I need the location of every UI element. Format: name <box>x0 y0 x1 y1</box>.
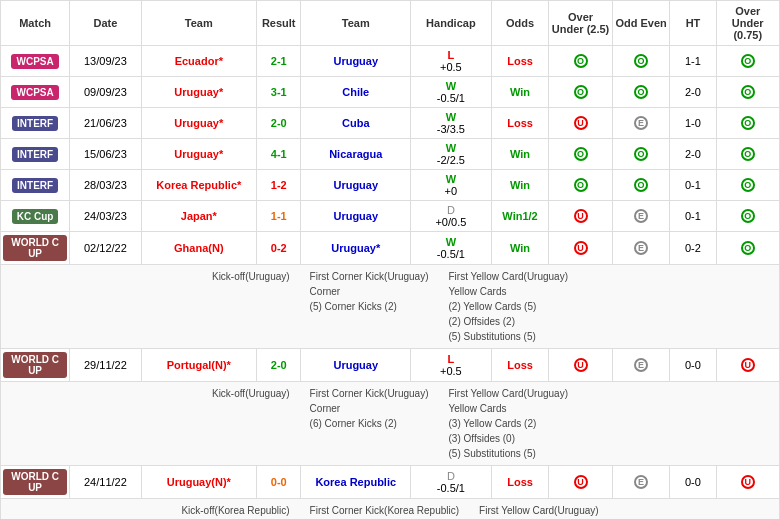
oddeven-value: E <box>612 201 670 232</box>
match-result: 2-0 <box>256 108 301 139</box>
ou25-value: O <box>549 139 612 170</box>
odds-value: Win <box>491 77 549 108</box>
circle-indicator: U <box>741 358 755 372</box>
header-ou25: Over Under (2.5) <box>549 1 612 46</box>
match-badge: INTERF <box>12 178 58 193</box>
yellow-cards-label: Yellow Cards <box>449 286 507 297</box>
team1-name: Uruguay* <box>141 77 256 108</box>
match-badge: WORLD C UP <box>3 235 67 261</box>
handicap-value: L +0.5 <box>411 46 492 77</box>
circle-indicator: O <box>574 54 588 68</box>
ou075-value: O <box>716 108 779 139</box>
match-badge: INTERF <box>12 147 58 162</box>
match-result: 2-0 <box>256 349 301 382</box>
team1-name: Uruguay(N)* <box>141 466 256 499</box>
match-date: 21/06/23 <box>70 108 141 139</box>
match-type: INTERF <box>1 139 70 170</box>
corner-label: Corner <box>310 286 341 297</box>
ou075-value: O <box>716 170 779 201</box>
oddeven-value: O <box>612 77 670 108</box>
ht-score: 0-2 <box>670 232 716 265</box>
yellow-cards-label: Yellow Cards <box>449 403 507 414</box>
circle-indicator: U <box>574 475 588 489</box>
outcome-indicator: L <box>448 353 455 365</box>
handicap-value: L +0.5 <box>411 349 492 382</box>
circle-indicator: U <box>574 116 588 130</box>
match-date: 02/12/22 <box>70 232 141 265</box>
ou25-value: U <box>549 466 612 499</box>
header-oddeven: Odd Even <box>612 1 670 46</box>
handicap-value: D -0.5/1 <box>411 466 492 499</box>
handicap-value: W +0 <box>411 170 492 201</box>
ou075-value: O <box>716 46 779 77</box>
circle-indicator: O <box>741 178 755 192</box>
team1-name: Uruguay* <box>141 108 256 139</box>
ht-score: 0-1 <box>670 201 716 232</box>
detail-kickoff: Kick-off(Korea Republic) <box>181 503 289 519</box>
header-match: Match <box>1 1 70 46</box>
header-team1: Team <box>141 1 256 46</box>
ou25-value: O <box>549 77 612 108</box>
detail-row: Kick-off(Uruguay) First Corner Kick(Urug… <box>1 265 780 349</box>
match-type: WCPSA <box>1 46 70 77</box>
table-row: WORLD C UP 29/11/22 Portugal(N)* 2-0 Uru… <box>1 349 780 382</box>
odds-value: Loss <box>491 349 549 382</box>
handicap-value: W -3/3.5 <box>411 108 492 139</box>
match-type: WORLD C UP <box>1 349 70 382</box>
ht-score: 1-1 <box>670 46 716 77</box>
ou075-value: O <box>716 139 779 170</box>
match-date: 15/06/23 <box>70 139 141 170</box>
team1-name: Ghana(N) <box>141 232 256 265</box>
table-row: KC Cup 24/03/23 Japan* 1-1 Uruguay D +0/… <box>1 201 780 232</box>
detail-row: Kick-off(Korea Republic) First Corner Ki… <box>1 499 780 520</box>
match-badge: WCPSA <box>11 54 58 69</box>
circle-indicator: O <box>741 241 755 255</box>
ou075-value: U <box>716 466 779 499</box>
odds-value: Win <box>491 170 549 201</box>
team2-name: Uruguay <box>301 46 411 77</box>
ou075-value: O <box>716 232 779 265</box>
ht-score: 2-0 <box>670 139 716 170</box>
detail-yellow-info: First Yellow Card(Uruguay) Yellow Cards … <box>449 386 569 461</box>
match-result: 0-0 <box>256 466 301 499</box>
ou075-value: O <box>716 201 779 232</box>
team2-name: Uruguay <box>301 170 411 201</box>
team2-name: Korea Republic <box>301 466 411 499</box>
match-result: 3-1 <box>256 77 301 108</box>
circle-indicator: O <box>741 116 755 130</box>
team2-name: Uruguay <box>301 201 411 232</box>
match-date: 13/09/23 <box>70 46 141 77</box>
odds-value: Loss <box>491 108 549 139</box>
ou25-value: O <box>549 46 612 77</box>
match-badge: WORLD C UP <box>3 352 67 378</box>
detail-kickoff: Kick-off(Uruguay) <box>212 269 290 344</box>
match-result: 1-1 <box>256 201 301 232</box>
outcome-indicator: D <box>447 204 455 216</box>
header-handicap: Handicap <box>411 1 492 46</box>
ou25-value: U <box>549 349 612 382</box>
match-result: 1-2 <box>256 170 301 201</box>
odds-value: Loss <box>491 46 549 77</box>
circle-indicator: O <box>634 178 648 192</box>
ou25-value: O <box>549 170 612 201</box>
circle-indicator: E <box>634 358 648 372</box>
ou25-value: U <box>549 232 612 265</box>
circle-indicator: U <box>574 358 588 372</box>
table-row: WORLD C UP 02/12/22 Ghana(N) 0-2 Uruguay… <box>1 232 780 265</box>
match-type: KC Cup <box>1 201 70 232</box>
match-result: 4-1 <box>256 139 301 170</box>
outcome-indicator: W <box>446 80 456 92</box>
outcome-indicator: W <box>446 173 456 185</box>
ou25-value: U <box>549 108 612 139</box>
header-odds: Odds <box>491 1 549 46</box>
match-type: INTERF <box>1 170 70 201</box>
detail-corner-info: First Corner Kick(Korea Republic) Corner… <box>310 503 460 519</box>
match-type: WCPSA <box>1 77 70 108</box>
oddeven-value: O <box>612 139 670 170</box>
match-badge: WCPSA <box>11 85 58 100</box>
corner-label: Corner <box>310 403 341 414</box>
handicap-value: W -0.5/1 <box>411 77 492 108</box>
header-ht: HT <box>670 1 716 46</box>
outcome-indicator: D <box>447 470 455 482</box>
team2-name: Nicaragua <box>301 139 411 170</box>
